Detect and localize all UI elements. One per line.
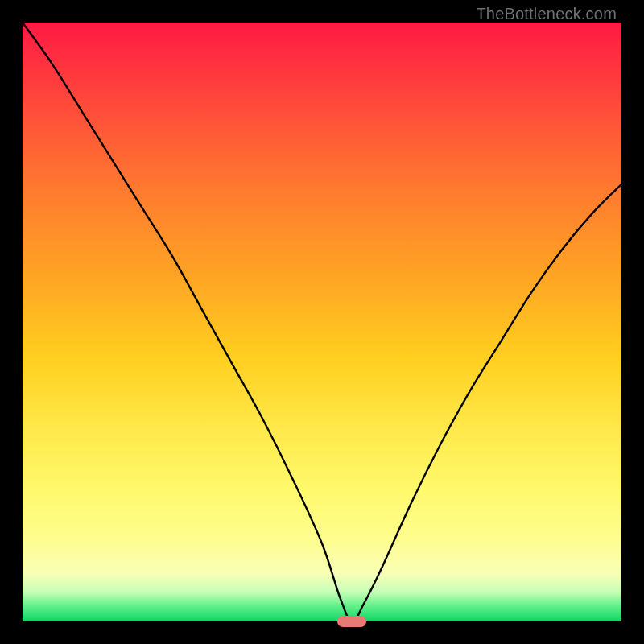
attribution-watermark: TheBottleneck.com [476,5,617,23]
bottleneck-curve [23,23,621,621]
optimal-point-marker [337,616,366,627]
chart-plot-area [23,23,621,621]
